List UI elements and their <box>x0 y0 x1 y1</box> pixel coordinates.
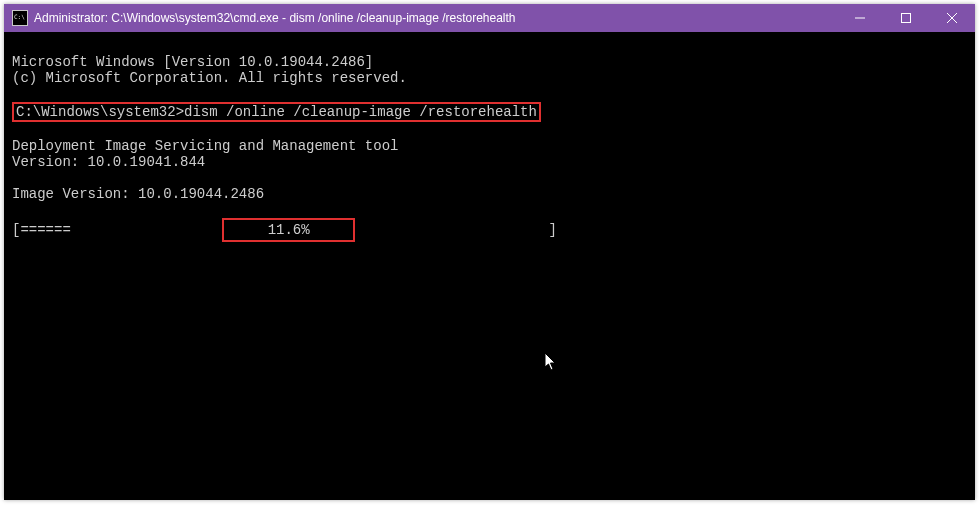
maximize-button[interactable] <box>883 4 929 32</box>
progress-percent: 11.6% <box>268 222 310 238</box>
maximize-icon <box>901 13 911 23</box>
window-title: Administrator: C:\Windows\system32\cmd.e… <box>34 11 837 25</box>
minimize-icon <box>855 13 865 23</box>
dism-tool-line: Deployment Image Servicing and Managemen… <box>12 138 398 154</box>
copyright-line: (c) Microsoft Corporation. All rights re… <box>12 70 407 86</box>
dism-version-line: Version: 10.0.19041.844 <box>12 154 205 170</box>
progress-percent-highlight: 11.6% <box>222 218 355 242</box>
svg-rect-1 <box>902 14 911 23</box>
image-version-line: Image Version: 10.0.19044.2486 <box>12 186 264 202</box>
minimize-button[interactable] <box>837 4 883 32</box>
command-text: dism /online /cleanup-image /restoreheal… <box>184 104 537 120</box>
progress-bar-left: [====== <box>12 222 71 238</box>
progress-line: [====== 11.6% ] <box>12 222 565 238</box>
prompt-text: C:\Windows\system32> <box>16 104 184 120</box>
os-header-line: Microsoft Windows [Version 10.0.19044.24… <box>12 54 373 70</box>
cmd-window: Administrator: C:\Windows\system32\cmd.e… <box>4 4 975 500</box>
command-highlight: C:\Windows\system32>dism /online /cleanu… <box>12 102 541 122</box>
progress-bar-right: ] <box>355 222 565 238</box>
close-icon <box>947 13 957 23</box>
close-button[interactable] <box>929 4 975 32</box>
cmd-icon <box>12 10 28 26</box>
command-line: C:\Windows\system32>dism /online /cleanu… <box>12 104 541 120</box>
titlebar: Administrator: C:\Windows\system32\cmd.e… <box>4 4 975 32</box>
window-controls <box>837 4 975 32</box>
terminal-area[interactable]: Microsoft Windows [Version 10.0.19044.24… <box>4 32 975 266</box>
